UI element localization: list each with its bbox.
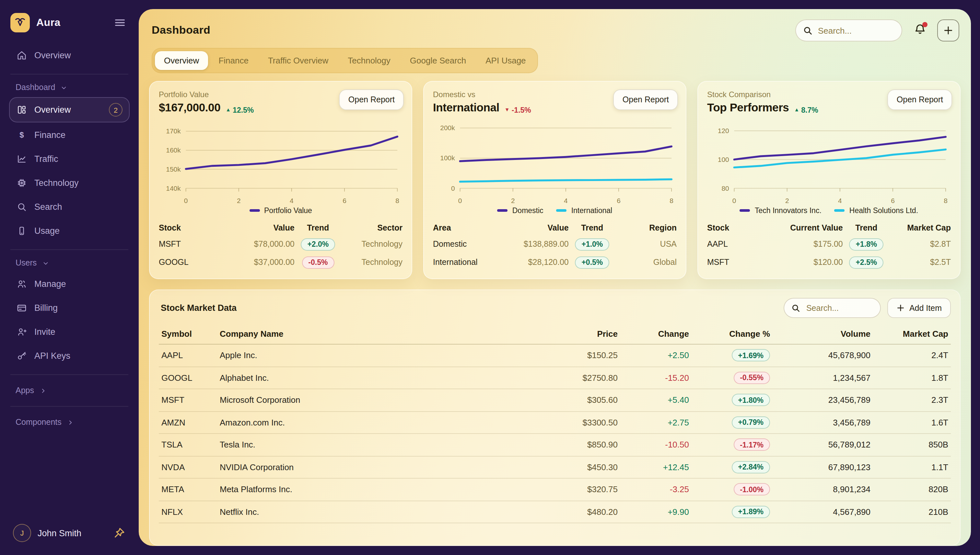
tab-overview[interactable]: Overview [155, 51, 208, 70]
sidebar-item-usage[interactable]: Usage [9, 220, 130, 242]
cell-market-cap: 1.8T [871, 373, 948, 383]
triangle-up-icon: ▲ [225, 107, 231, 113]
sidebar-item-technology[interactable]: Technology [9, 172, 130, 194]
card-table-header: StockValueTrendSector [159, 220, 402, 235]
sidebar-item-label: Search [34, 202, 62, 212]
market-controls: Add Item [784, 298, 951, 318]
trend-pill: +0.5% [575, 256, 609, 268]
cell-symbol: MSFT [161, 395, 220, 405]
paintbrush-icon[interactable] [113, 526, 126, 539]
cards-row: Portfolio Value $167,000.00 ▲12.5% Open … [139, 81, 971, 279]
legend-swatch [557, 210, 567, 212]
tab-technology[interactable]: Technology [339, 51, 399, 70]
cell-change: +12.45 [618, 462, 689, 472]
svg-text:0: 0 [732, 197, 736, 204]
sidebar-item-overview[interactable]: Overview2 [9, 97, 130, 122]
cell-market-cap: 2.4T [871, 351, 948, 360]
svg-text:0: 0 [451, 184, 455, 192]
market-table-row-meta: META Meta Platforms Inc. $320.75 -3.25 -… [159, 479, 951, 501]
market-table-row-googl: GOOGL Alphabet Inc. $2750.80 -15.20 -0.5… [159, 367, 951, 389]
cell-change-pct: +1.80% [689, 394, 770, 406]
svg-text:$: $ [19, 130, 24, 139]
svg-text:100: 100 [718, 156, 729, 163]
svg-text:8: 8 [944, 197, 948, 204]
sidebar-item-invite[interactable]: Invite [9, 321, 130, 343]
legend-item: Tech Innovators Inc. [740, 207, 822, 214]
users-icon [16, 279, 27, 289]
sidebar-item-search[interactable]: Search [9, 196, 130, 218]
svg-text:8: 8 [669, 197, 673, 204]
sidebar-dashboard-list: Overview2$FinanceTrafficTechnologySearch… [9, 97, 130, 242]
open-report-button[interactable]: Open Report [339, 89, 404, 110]
cell-symbol: META [161, 485, 220, 494]
trend-pill: -0.5% [302, 256, 334, 268]
cell-price: $480.20 [543, 507, 618, 517]
tab-google-search[interactable]: Google Search [401, 51, 475, 70]
cell-market-cap: 850B [871, 440, 948, 450]
aura-logo-icon [10, 13, 30, 32]
section-label: Dashboard [16, 83, 55, 92]
card-table-row: GOOGL $37,000.00 -0.5% Technology [159, 253, 402, 271]
sidebar-item-billing[interactable]: Billing [9, 297, 130, 319]
card-table-header: StockCurrent ValueTrendMarket Cap [707, 220, 951, 235]
tab-traffic-overview[interactable]: Traffic Overview [259, 51, 337, 70]
cell-symbol: GOOGL [161, 373, 220, 383]
cell-volume: 45,678,900 [770, 351, 871, 360]
change-pct-pill: +1.89% [731, 506, 770, 518]
cell-symbol: NFLX [161, 507, 220, 517]
cell-price: $3300.50 [543, 418, 618, 427]
cell-change-pct: +1.89% [689, 506, 770, 518]
sidebar-section-dashboard[interactable]: Dashboard [9, 82, 130, 97]
cell-company: Microsoft Corporation [220, 395, 543, 405]
change-pct-pill: -0.55% [734, 372, 770, 384]
tab-finance[interactable]: Finance [209, 51, 257, 70]
sidebar-item-api-keys[interactable]: API Keys [9, 345, 130, 367]
sidebar-section-users[interactable]: Users [9, 257, 130, 273]
svg-text:140k: 140k [166, 184, 181, 192]
open-report-button[interactable]: Open Report [888, 89, 952, 110]
cell-symbol: TSLA [161, 440, 220, 450]
trend-pill: +1.0% [575, 238, 609, 250]
svg-text:6: 6 [343, 197, 346, 204]
svg-text:2: 2 [237, 197, 241, 204]
change-pct-pill: +1.69% [731, 350, 770, 362]
cell-change-pct: -1.17% [689, 439, 770, 451]
notifications-button[interactable] [910, 21, 929, 40]
chart-icon [16, 154, 27, 165]
cell-market-cap: 1.6T [871, 418, 948, 427]
cell-market-cap: 1.1T [871, 462, 948, 472]
user-profile[interactable]: J John Smith [9, 521, 130, 545]
sidebar-item-label: Invite [34, 327, 55, 337]
user-name: John Smith [38, 528, 81, 538]
sidebar-item-apps[interactable]: Apps [9, 382, 130, 399]
sidebar-item-components[interactable]: Components [9, 414, 130, 431]
user-plus-icon [16, 326, 27, 337]
market-table-row-tsla: TSLA Tesla Inc. $850.90 -10.50 -1.17% 56… [159, 434, 951, 456]
card-icon [16, 302, 27, 313]
cell-company: Apple Inc. [220, 351, 543, 360]
plus-icon [943, 25, 953, 35]
sidebar-item-label: Billing [34, 303, 58, 313]
sidebar-item-manage[interactable]: Manage [9, 273, 130, 295]
cell-volume: 67,890,123 [770, 462, 871, 472]
add-button[interactable] [937, 19, 959, 42]
open-report-button[interactable]: Open Report [613, 89, 678, 110]
svg-text:120: 120 [718, 127, 729, 135]
market-table-row-amzn: AMZN Amazon.com Inc. $3300.50 +2.75 +0.7… [159, 412, 951, 434]
add-item-button[interactable]: Add Item [887, 298, 951, 318]
sidebar-item-traffic[interactable]: Traffic [9, 148, 130, 170]
tab-api-usage[interactable]: API Usage [476, 51, 535, 70]
svg-text:170k: 170k [166, 127, 181, 135]
svg-text:200k: 200k [440, 124, 455, 132]
sidebar-item-label: Usage [34, 226, 60, 236]
cell-change-pct: +2.84% [689, 461, 770, 473]
search-icon [16, 201, 27, 212]
sidebar-item-finance[interactable]: $Finance [9, 124, 130, 146]
sidebar-item-overview[interactable]: Overview [9, 44, 130, 67]
chart-legend: Tech Innovators Inc.Health Solutions Ltd… [707, 207, 951, 214]
sidebar-item-label: Traffic [34, 154, 58, 164]
menu-icon[interactable] [111, 14, 128, 31]
delta-badge: ▲12.5% [225, 106, 254, 114]
cell-volume: 3,456,789 [770, 418, 871, 427]
card-table: StockCurrent ValueTrendMarket Cap AAPL $… [707, 220, 951, 271]
